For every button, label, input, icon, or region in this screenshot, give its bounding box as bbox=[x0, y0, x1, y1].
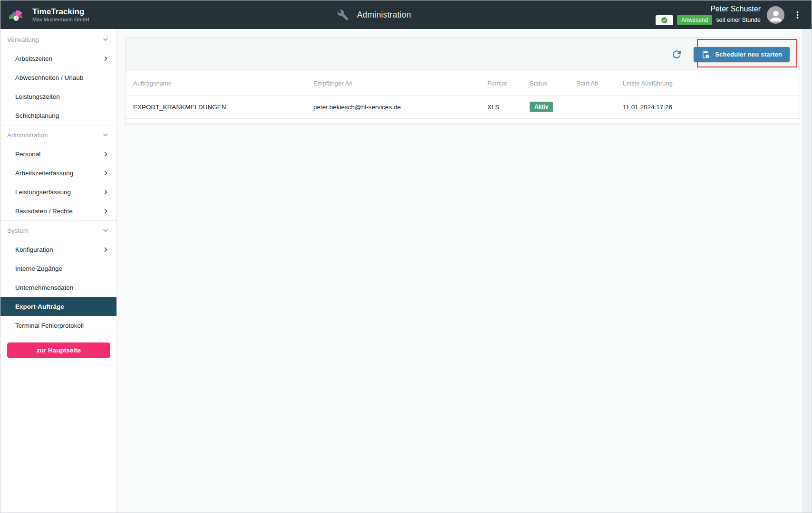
section-label: Administration bbox=[7, 132, 48, 139]
sidebar-item-leistungszeiten[interactable]: Leistungszeiten bbox=[0, 87, 116, 106]
sidebar-item-label: Leistungszeiten bbox=[15, 93, 60, 100]
sidebar-item-label: Personal bbox=[15, 151, 40, 158]
topbar: TimeTracking Max Mustermann GmbH Adminis… bbox=[0, 0, 812, 29]
sidebar-section-administration[interactable]: Administration bbox=[0, 125, 116, 144]
refresh-icon bbox=[671, 48, 683, 60]
avatar[interactable] bbox=[767, 6, 784, 24]
home-button[interactable]: zur Hauptseite bbox=[7, 342, 110, 358]
chevron-right-icon bbox=[101, 54, 110, 63]
card-toolbar: Scheduler neu starten bbox=[126, 38, 800, 71]
sidebar-item-label: Basisdaten / Rechte bbox=[15, 208, 73, 215]
sidebar-section-verwaltung[interactable]: Verwaltung bbox=[0, 30, 116, 49]
sidebar-item-label: Unternehmensdaten bbox=[15, 284, 73, 291]
sidebar-item-label: Arbeitszeiterfassung bbox=[15, 170, 73, 177]
sidebar-nav: VerwaltungArbeitszeitenAbwesenheiten / U… bbox=[0, 30, 116, 335]
column-header-status: Status bbox=[522, 80, 569, 87]
presence-badge: Anwesend bbox=[677, 15, 712, 25]
app-brand: TimeTracking Max Mustermann GmbH bbox=[7, 4, 89, 26]
sidebar-section-system[interactable]: System bbox=[0, 221, 116, 240]
presence-since: seit einer Stunde bbox=[716, 17, 761, 23]
column-header-empf-nger-an: Empfänger An bbox=[306, 80, 480, 87]
body-row: VerwaltungArbeitszeitenAbwesenheiten / U… bbox=[0, 29, 812, 513]
page-heading: Administration bbox=[337, 0, 411, 29]
sidebar-item-export-auftr-ge[interactable]: Export-Aufträge bbox=[0, 297, 116, 316]
sidebar-item-abwesenheiten-urlaub[interactable]: Abwesenheiten / Urlaub bbox=[0, 68, 116, 87]
sidebar-item-label: Schichtplanung bbox=[15, 112, 59, 119]
check-circle-icon bbox=[661, 17, 668, 24]
sidebar-item-basisdaten-rechte[interactable]: Basisdaten / Rechte bbox=[0, 201, 116, 220]
content-area: Scheduler neu starten AuftragsnameEmpfän… bbox=[117, 29, 802, 513]
table-body: EXPORT_KRANKMELDUNGENpeter.bekiesch@hl-s… bbox=[126, 95, 800, 119]
chevron-right-icon bbox=[101, 150, 110, 159]
pending-actions-icon bbox=[701, 50, 710, 59]
cell-name: EXPORT_KRANKMELDUNGEN bbox=[126, 104, 306, 111]
sidebar-item-arbeitszeiterfassung[interactable]: Arbeitszeiterfassung bbox=[0, 163, 116, 182]
cell-status: Aktiv bbox=[522, 102, 569, 112]
brand-text: TimeTracking Max Mustermann GmbH bbox=[32, 7, 89, 23]
kebab-menu-icon bbox=[792, 10, 803, 20]
sidebar-item-schichtplanung[interactable]: Schichtplanung bbox=[0, 106, 116, 125]
sidebar-item-terminal-fehlerprotokoll[interactable]: Terminal Fehlerprotokoll bbox=[0, 316, 116, 335]
section-label: System bbox=[7, 227, 29, 234]
chevron-right-icon bbox=[101, 245, 110, 254]
sidebar-item-label: Abwesenheiten / Urlaub bbox=[15, 74, 83, 81]
timetracking-logo-icon bbox=[7, 4, 27, 26]
app-window: TimeTracking Max Mustermann GmbH Adminis… bbox=[0, 0, 812, 513]
sidebar-item-label: Terminal Fehlerprotokoll bbox=[15, 322, 84, 329]
sidebar-item-konfiguration[interactable]: Konfiguration bbox=[0, 240, 116, 259]
export-jobs-card: Scheduler neu starten AuftragsnameEmpfän… bbox=[125, 38, 800, 124]
chevron-right-icon bbox=[101, 188, 110, 197]
page-title: Administration bbox=[357, 10, 411, 20]
user-info: Peter Schuster Anwesend seit einer Stund… bbox=[656, 5, 761, 25]
wrench-icon bbox=[337, 9, 349, 21]
more-menu-button[interactable] bbox=[791, 7, 804, 23]
sidebar-item-label: Konfiguration bbox=[15, 246, 53, 253]
person-icon bbox=[768, 8, 784, 24]
sidebar-item-unternehmensdaten[interactable]: Unternehmensdaten bbox=[0, 278, 116, 297]
company-name: Max Mustermann GmbH bbox=[32, 17, 89, 23]
chevron-down-icon bbox=[101, 226, 110, 235]
chevron-down-icon bbox=[101, 35, 110, 44]
sidebar-item-leistungserfassung[interactable]: Leistungserfassung bbox=[0, 182, 116, 201]
sidebar-item-interne-zug-nge[interactable]: Interne Zugänge bbox=[0, 259, 116, 278]
check-chip bbox=[656, 15, 673, 25]
sidebar-item-label: Export-Aufträge bbox=[15, 303, 64, 310]
sidebar-item-label: Leistungserfassung bbox=[15, 189, 71, 196]
section-label: Verwaltung bbox=[7, 36, 39, 43]
column-header-letzte-ausf-hrung: Letzte Ausführung bbox=[615, 80, 800, 87]
status-badge: Aktiv bbox=[530, 102, 553, 112]
restart-scheduler-button[interactable]: Scheduler neu starten bbox=[694, 47, 790, 62]
refresh-button[interactable] bbox=[670, 48, 683, 61]
sidebar-item-label: Arbeitszeiten bbox=[15, 55, 52, 62]
chevron-right-icon bbox=[101, 207, 110, 216]
cell-last_run: 11.01.2024 17:26 bbox=[615, 104, 800, 111]
column-header-format: Format bbox=[480, 80, 522, 87]
user-name: Peter Schuster bbox=[710, 5, 761, 13]
presence-row: Anwesend seit einer Stunde bbox=[656, 15, 761, 25]
sidebar-item-label: Interne Zugänge bbox=[15, 265, 62, 272]
cell-recipient: peter.bekiesch@hl-services.de bbox=[306, 104, 480, 111]
sidebar-item-personal[interactable]: Personal bbox=[0, 144, 116, 163]
sidebar: VerwaltungArbeitszeitenAbwesenheiten / U… bbox=[0, 29, 117, 513]
sidebar-divider bbox=[0, 335, 116, 335]
table-header-row: AuftragsnameEmpfänger AnFormatStatusStar… bbox=[126, 71, 800, 95]
chevron-down-icon bbox=[101, 130, 110, 140]
table-row[interactable]: EXPORT_KRANKMELDUNGENpeter.bekiesch@hl-s… bbox=[126, 95, 800, 119]
topbar-user-area: Peter Schuster Anwesend seit einer Stund… bbox=[656, 5, 804, 25]
app-title: TimeTracking bbox=[32, 7, 89, 17]
restart-scheduler-label: Scheduler neu starten bbox=[715, 51, 782, 58]
scrollbar-track bbox=[802, 29, 812, 513]
cell-format: XLS bbox=[480, 104, 522, 111]
sidebar-item-arbeitszeiten[interactable]: Arbeitszeiten bbox=[0, 49, 116, 68]
main-area: Scheduler neu starten AuftragsnameEmpfän… bbox=[117, 29, 812, 513]
column-header-auftragsname: Auftragsname bbox=[126, 80, 306, 87]
chevron-right-icon bbox=[101, 169, 110, 178]
column-header-start-ab: Start Ab bbox=[569, 80, 615, 87]
